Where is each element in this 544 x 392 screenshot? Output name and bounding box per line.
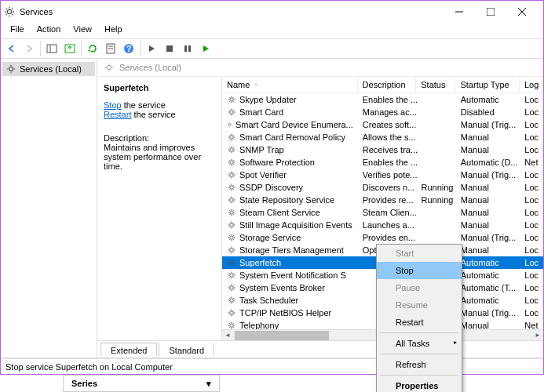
cell-logon: Loc <box>520 207 543 218</box>
cell-status <box>417 237 456 238</box>
cell-logon: Loc <box>520 282 543 293</box>
export-button[interactable] <box>61 40 78 57</box>
cell-name: Task Scheduler <box>222 295 358 306</box>
cell-name: Still Image Acquisition Events <box>222 220 358 230</box>
ctx-pause[interactable]: Pause <box>377 279 462 296</box>
ctx-resume[interactable]: Resume <box>377 296 462 314</box>
svg-rect-14 <box>184 45 187 52</box>
cell-status <box>417 149 456 151</box>
stop-service-button[interactable] <box>161 40 178 57</box>
cell-status <box>417 124 456 125</box>
chevron-down-icon: ▾ <box>206 379 211 389</box>
gear-icon <box>227 183 236 192</box>
properties-button[interactable] <box>102 40 119 57</box>
gear-icon <box>227 170 236 180</box>
cell-logon: Net <box>520 320 543 329</box>
service-row[interactable]: Storage ServiceProvides en...Manual (Tri… <box>222 231 543 244</box>
cell-startup: Manual (Trig... <box>456 169 520 180</box>
pause-service-button[interactable] <box>179 40 196 57</box>
forward-button[interactable] <box>20 40 38 57</box>
menu-file[interactable]: File <box>4 23 31 38</box>
close-button[interactable] <box>509 2 540 22</box>
service-row[interactable]: State Repository ServiceProvides re...Ru… <box>222 194 543 206</box>
gear-icon <box>227 308 236 318</box>
help-button[interactable]: ? <box>120 40 137 57</box>
start-service-button[interactable] <box>143 40 160 57</box>
menu-help[interactable]: Help <box>98 23 129 38</box>
service-row[interactable]: Smart Card Removal PolicyAllows the s...… <box>222 131 543 143</box>
cell-status <box>417 111 456 113</box>
gear-icon <box>5 64 16 74</box>
cell-description: Receives tra... <box>358 144 417 155</box>
minimize-button[interactable] <box>446 2 477 22</box>
service-row[interactable]: SNMP TrapReceives tra...ManualLoc <box>222 143 543 156</box>
show-hide-button[interactable] <box>43 40 60 57</box>
service-row[interactable]: Spot VerifierVerifies pote...Manual (Tri… <box>222 169 543 181</box>
column-description[interactable]: Description <box>358 77 417 93</box>
ctx-stop[interactable]: Stop <box>377 262 462 279</box>
cell-logon: Loc <box>520 270 543 281</box>
cell-logon: Loc <box>520 307 543 318</box>
cell-startup: Automatic <box>456 295 520 306</box>
service-row[interactable]: Software ProtectionEnables the ...Automa… <box>222 156 543 169</box>
scroll-right-icon[interactable]: ► <box>532 330 543 341</box>
maximize-button[interactable] <box>477 2 509 22</box>
menu-action[interactable]: Action <box>31 23 68 38</box>
gear-icon <box>227 220 236 230</box>
series-panel[interactable]: Series ▾ <box>63 375 220 392</box>
service-row[interactable]: Smart Card Device Enumera...Creates soft… <box>222 118 543 131</box>
cell-startup: Disabled <box>456 107 520 118</box>
svg-point-30 <box>230 249 234 252</box>
column-startup-type[interactable]: Startup Type <box>455 77 520 93</box>
service-row[interactable]: Steam Client ServiceSteam Clien...Manual… <box>222 206 543 219</box>
ctx-all-tasks[interactable]: All Tasks <box>377 335 462 352</box>
cell-logon: Loc <box>520 169 543 180</box>
cell-name: Storage Tiers Management <box>222 245 358 256</box>
svg-text:?: ? <box>126 44 132 53</box>
restart-icon <box>201 44 210 53</box>
restart-service-button[interactable] <box>197 40 214 57</box>
column-name[interactable]: Name <box>222 77 358 93</box>
menubar: File Action View Help <box>1 23 543 38</box>
ctx-start[interactable]: Start <box>377 245 462 262</box>
cell-status <box>417 224 456 226</box>
cell-name: Steam Client Service <box>222 207 358 218</box>
restart-link[interactable]: Restart <box>104 110 131 119</box>
service-row[interactable]: SSDP DiscoveryDiscovers n...RunningManua… <box>222 181 543 194</box>
svg-point-29 <box>230 236 234 240</box>
maximize-icon <box>487 8 495 16</box>
column-status[interactable]: Status <box>416 77 455 93</box>
context-menu: Start Stop Pause Resume Restart All Task… <box>376 244 462 392</box>
column-logon[interactable]: Log <box>520 77 543 93</box>
ctx-refresh[interactable]: Refresh <box>377 356 462 373</box>
svg-rect-15 <box>188 45 191 52</box>
svg-rect-2 <box>487 8 495 16</box>
cell-startup: Automatic <box>456 257 520 268</box>
ctx-restart[interactable]: Restart <box>377 314 462 331</box>
refresh-button[interactable] <box>84 40 101 57</box>
back-button[interactable] <box>2 40 20 57</box>
menu-view[interactable]: View <box>67 23 98 38</box>
service-row[interactable]: Smart CardManages ac...DisabledLoc <box>222 106 543 118</box>
services-window: Services File Action View Help ? S <box>0 0 544 375</box>
cell-startup: Manual (Trig... <box>456 232 520 243</box>
service-row[interactable]: Skype UpdaterEnables the ...AutomaticLoc <box>222 93 543 106</box>
ctx-properties[interactable]: Properties <box>377 377 462 392</box>
stop-link[interactable]: Stop <box>104 100 122 110</box>
tab-standard[interactable]: Standard <box>159 343 214 358</box>
tab-extended[interactable]: Extended <box>100 343 157 358</box>
cell-status <box>417 99 456 100</box>
cell-name: Telephony <box>222 320 358 329</box>
services-icon <box>4 6 15 17</box>
nav-services-local[interactable]: Services (Local) <box>2 62 95 76</box>
cell-description: Allows the s... <box>358 132 417 143</box>
cell-name: SNMP Trap <box>222 144 358 155</box>
description-text: Maintains and improves system performanc… <box>104 143 215 171</box>
service-row[interactable]: Still Image Acquisition EventsLaunches a… <box>222 219 543 231</box>
svg-point-32 <box>230 274 234 278</box>
cell-name: Smart Card <box>222 107 358 118</box>
cell-startup: Automatic (T... <box>456 282 520 293</box>
separator <box>380 332 458 333</box>
scroll-thumb[interactable] <box>235 331 329 340</box>
scroll-left-icon[interactable]: ◄ <box>222 330 233 341</box>
